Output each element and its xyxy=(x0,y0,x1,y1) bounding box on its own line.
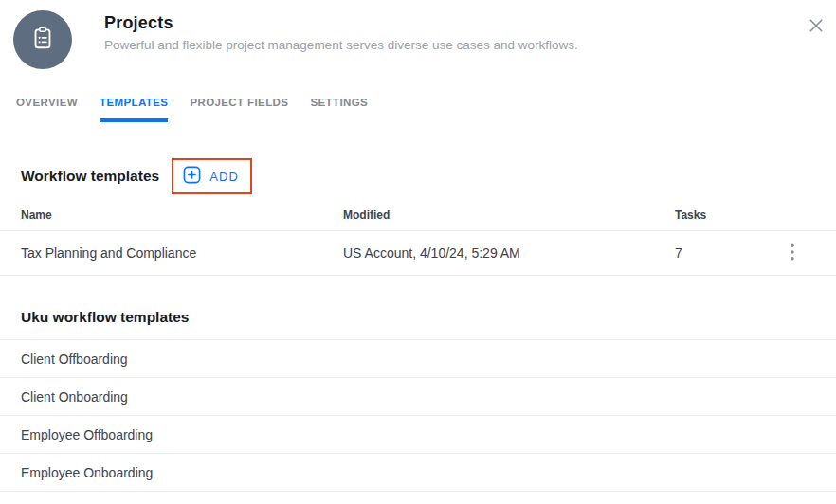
list-item-employee-onboarding[interactable]: Employee Onboarding xyxy=(0,454,836,492)
add-button-label: ADD xyxy=(209,170,239,184)
list-item-client-onboarding[interactable]: Client Onboarding xyxy=(0,378,836,416)
list-item-employee-offboarding[interactable]: Employee Offboarding xyxy=(0,416,836,454)
clipboard-icon xyxy=(29,25,56,55)
template-name-cell: Tax Planning and Compliance xyxy=(21,245,343,261)
close-icon xyxy=(808,17,825,37)
column-header-modified: Modified xyxy=(343,208,675,222)
tab-templates[interactable]: TEMPLATES xyxy=(100,97,168,122)
workflow-templates-heading: Workflow templates xyxy=(21,168,159,185)
page-title: Projects xyxy=(104,13,173,33)
close-button[interactable] xyxy=(804,14,828,39)
projects-settings-page: Projects Powerful and flexible project m… xyxy=(0,0,836,504)
column-header-tasks: Tasks xyxy=(675,208,781,222)
list-item-client-offboarding[interactable]: Client Offboarding xyxy=(0,340,836,378)
add-template-button[interactable]: ADD xyxy=(183,166,239,187)
annotation-highlight-box: ADD xyxy=(172,158,252,194)
tab-settings[interactable]: SETTINGS xyxy=(310,97,368,122)
template-tasks-cell: 7 xyxy=(675,245,781,261)
uku-templates-list: Client Offboarding Client Onboarding Emp… xyxy=(0,339,836,492)
workflow-templates-table: Name Modified Tasks Tax Planning and Com… xyxy=(0,199,836,276)
column-header-name: Name xyxy=(21,208,343,222)
workflow-templates-header: Workflow templates ADD xyxy=(21,157,252,195)
table-row[interactable]: Tax Planning and Compliance US Account, … xyxy=(0,231,836,276)
kebab-menu-icon xyxy=(791,243,794,263)
plus-square-icon xyxy=(183,166,201,187)
template-modified-cell: US Account, 4/10/24, 5:29 AM xyxy=(343,245,675,261)
table-header-row: Name Modified Tasks xyxy=(0,199,836,231)
page-subtitle: Powerful and flexible project management… xyxy=(104,38,578,52)
tab-bar: OVERVIEW TEMPLATES PROJECT FIELDS SETTIN… xyxy=(16,97,368,122)
tab-overview[interactable]: OVERVIEW xyxy=(16,97,78,122)
tab-project-fields[interactable]: PROJECT FIELDS xyxy=(190,97,288,122)
row-menu-button[interactable] xyxy=(781,242,804,264)
uku-templates-heading: Uku workflow templates xyxy=(21,309,189,326)
avatar xyxy=(13,10,72,69)
